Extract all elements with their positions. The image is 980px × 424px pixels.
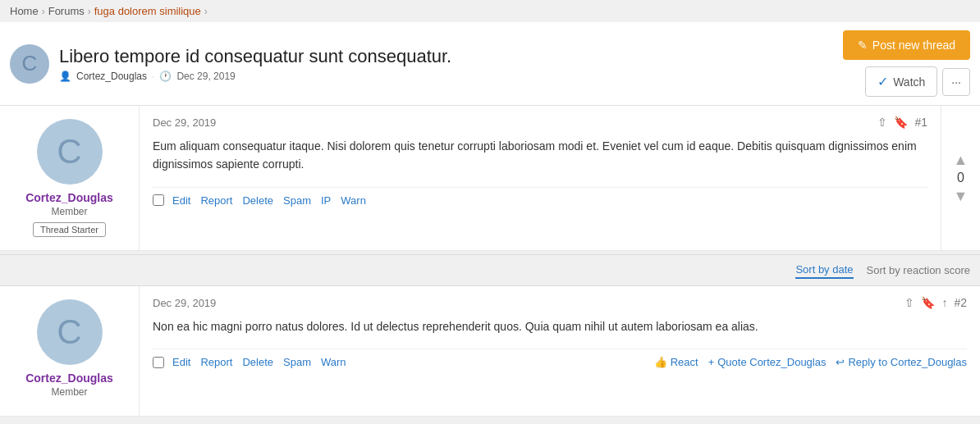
post-1-vote-area: ▲ 0 ▼	[941, 106, 980, 250]
share-icon[interactable]: ⇧	[877, 116, 887, 129]
post-1-footer-actions: Edit Report Delete Spam IP Warn	[172, 194, 366, 207]
bookmark-icon[interactable]: 🔖	[894, 116, 908, 129]
post-2-top: Dec 29, 2019 ⇧ 🔖 ↑ #2	[153, 296, 967, 309]
post-2-checkbox-label[interactable]	[153, 357, 164, 368]
thumbsup-icon: 👍	[654, 356, 667, 368]
sort-bar: Sort by date Sort by reaction score	[0, 254, 980, 286]
plus-icon: +	[708, 356, 715, 368]
post-1-checkbox[interactable]	[153, 194, 164, 206]
sort-by-reaction-button[interactable]: Sort by reaction score	[867, 262, 970, 278]
post-1-edit[interactable]: Edit	[172, 194, 190, 207]
post-2-warn[interactable]: Warn	[321, 356, 346, 368]
post-1-avatar: C	[37, 119, 103, 185]
post-2-footer-actions: Edit Report Delete Spam Warn	[172, 356, 346, 368]
post-1-content: Eum aliquam consequatur itaque. Nisi dol…	[153, 137, 927, 174]
post-1-warn[interactable]: Warn	[341, 194, 366, 207]
breadcrumb-sep-1: ›	[42, 6, 45, 17]
vote-down-icon[interactable]: ▼	[954, 189, 969, 203]
thread-action-area: ✎ Post new thread ✓ Watch ···	[843, 30, 970, 97]
post-2-main: Dec 29, 2019 ⇧ 🔖 ↑ #2 Non ea hic magni p…	[140, 286, 980, 416]
meta-dot: ·	[152, 71, 154, 82]
post-1-report[interactable]: Report	[200, 194, 232, 207]
post-1-sidebar: C Cortez_Douglas Member Thread Starter	[0, 106, 140, 250]
post-1-main: Dec 29, 2019 ⇧ 🔖 #1 Eum aliquam consequa…	[140, 106, 941, 250]
watch-check-icon: ✓	[877, 74, 888, 89]
post-new-thread-button[interactable]: ✎ Post new thread	[843, 30, 970, 60]
post-2-bookmark-icon[interactable]: 🔖	[921, 296, 935, 309]
author-icon: 👤	[59, 71, 71, 82]
thread-author: Cortez_Douglas	[76, 71, 147, 82]
post-1-username[interactable]: Cortez_Douglas	[25, 191, 113, 204]
breadcrumb-current: fuga dolorem similique	[94, 5, 201, 17]
breadcrumb: Home › Forums › fuga dolorem similique ›	[0, 0, 980, 22]
react-button[interactable]: 👍 React	[654, 356, 698, 368]
quote-button[interactable]: + Quote Cortez_Douglas	[708, 356, 827, 368]
post-1-badge: Thread Starter	[33, 222, 106, 237]
reply-button[interactable]: ↩ Reply to Cortez_Douglas	[836, 356, 967, 368]
thread-avatar: C	[10, 44, 49, 84]
post-2-top-actions: ⇧ 🔖 ↑ #2	[904, 296, 967, 309]
post-1-top-actions: ⇧ 🔖 #1	[877, 116, 927, 129]
post-1-spam[interactable]: Spam	[283, 194, 311, 207]
more-button[interactable]: ···	[942, 68, 970, 96]
post-2-sidebar: C Cortez_Douglas Member	[0, 286, 140, 416]
vote-up-icon[interactable]: ▲	[954, 153, 969, 167]
post-2-content: Non ea hic magni porro natus dolores. Id…	[153, 317, 967, 335]
post-2-footer: Edit Report Delete Spam Warn 👍 React + Q…	[153, 349, 967, 368]
post-2-num: #2	[954, 296, 967, 309]
post-2-upvote-icon[interactable]: ↑	[941, 296, 947, 309]
thread-date: Dec 29, 2019	[176, 71, 235, 82]
pencil-icon: ✎	[858, 39, 868, 52]
post-2-report[interactable]: Report	[200, 356, 232, 368]
clock-icon: 🕐	[159, 71, 172, 82]
post-1-top: Dec 29, 2019 ⇧ 🔖 #1	[153, 116, 927, 129]
post-1-vote-count: 0	[957, 171, 964, 185]
sort-by-date-button[interactable]: Sort by date	[795, 262, 853, 279]
thread-title-area: Libero tempore id consequatur sunt conse…	[59, 46, 833, 82]
post-2-edit[interactable]: Edit	[172, 356, 190, 368]
breadcrumb-forums[interactable]: Forums	[48, 5, 85, 17]
post-2-role: Member	[51, 386, 87, 398]
post-1-checkbox-label[interactable]	[153, 194, 164, 206]
post-1-delete[interactable]: Delete	[242, 194, 273, 207]
post-2: C Cortez_Douglas Member Dec 29, 2019 ⇧ 🔖…	[0, 286, 980, 417]
post-1-footer: Edit Report Delete Spam IP Warn	[153, 187, 927, 207]
post-1-role: Member	[51, 206, 87, 217]
post-1-num: #1	[914, 116, 927, 129]
post-1-ip[interactable]: IP	[321, 194, 331, 207]
reply-icon: ↩	[836, 356, 845, 368]
thread-meta: 👤 Cortez_Douglas · 🕐 Dec 29, 2019	[59, 71, 833, 82]
post-2-checkbox[interactable]	[153, 357, 164, 368]
breadcrumb-sep-3: ›	[204, 6, 208, 17]
post-2-avatar: C	[37, 299, 103, 365]
post-2-spam[interactable]: Spam	[283, 356, 311, 368]
post-1-date: Dec 29, 2019	[153, 116, 216, 129]
post-2-date: Dec 29, 2019	[153, 297, 216, 309]
thread-header: C Libero tempore id consequatur sunt con…	[0, 22, 980, 106]
thread-title: Libero tempore id consequatur sunt conse…	[59, 46, 833, 67]
post-2-footer-right: 👍 React + Quote Cortez_Douglas ↩ Reply t…	[654, 356, 967, 368]
post-1: C Cortez_Douglas Member Thread Starter D…	[0, 106, 980, 251]
post-2-delete[interactable]: Delete	[242, 356, 273, 368]
post-container-2: C Cortez_Douglas Member Dec 29, 2019 ⇧ 🔖…	[0, 286, 980, 417]
watch-button[interactable]: ✓ Watch	[865, 66, 937, 97]
breadcrumb-home[interactable]: Home	[10, 5, 39, 17]
post-2-username[interactable]: Cortez_Douglas	[25, 372, 113, 385]
post-2-share-icon[interactable]: ⇧	[904, 296, 914, 309]
breadcrumb-sep-2: ›	[88, 6, 91, 17]
post-container-1: C Cortez_Douglas Member Thread Starter D…	[0, 106, 980, 251]
